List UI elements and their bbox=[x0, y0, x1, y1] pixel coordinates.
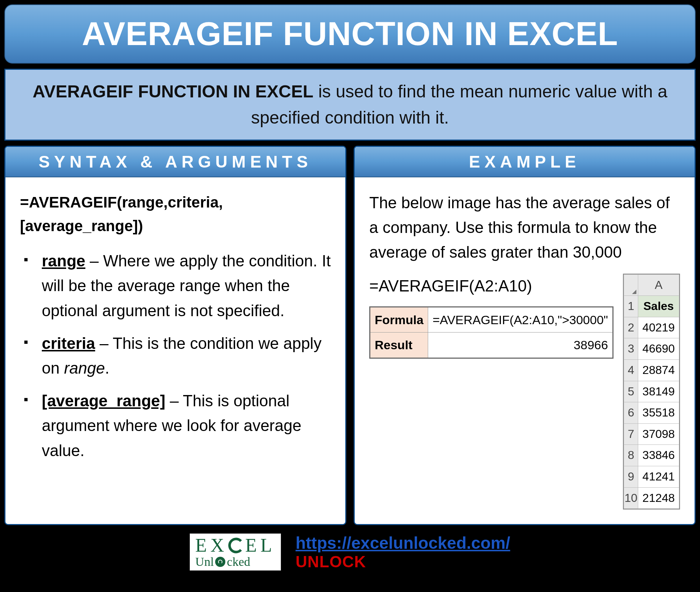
example-left-column: =AVERAGEIF(A2:A10) Formula =AVERAGEIF(A2… bbox=[369, 274, 613, 359]
grid-cell: 40219 bbox=[638, 317, 679, 338]
argument-list: range – Where we apply the condition. It… bbox=[20, 249, 331, 463]
grid-cell: 37098 bbox=[638, 423, 679, 445]
grid-cell: 46690 bbox=[638, 338, 679, 360]
logo-c-icon bbox=[228, 537, 245, 554]
grid-rownum: 8 bbox=[624, 445, 638, 466]
footer-links: https://excelunlocked.com/ UNLOCK bbox=[295, 533, 510, 571]
syntax-formula: =AVERAGEIF(range,criteria,[average_range… bbox=[20, 190, 331, 238]
arg-average-range: [average_range] – This is optional argum… bbox=[24, 388, 331, 463]
grid-rownum: 9 bbox=[624, 466, 638, 487]
grid-rownum: 7 bbox=[624, 423, 638, 445]
grid-rownum: 10 bbox=[624, 487, 638, 509]
table-row: 941241 bbox=[624, 466, 679, 487]
arg-criteria: criteria – This is the condition we appl… bbox=[24, 331, 331, 380]
subtitle-bold: AVERAGEIF FUNCTION IN EXCEL bbox=[33, 82, 313, 101]
table-row: Formula =AVERAGEIF(A2:A10,">30000" bbox=[370, 307, 613, 333]
grid-rownum: 4 bbox=[624, 359, 638, 381]
excel-data-grid: A 1Sales 240219 346690 428874 538149 635… bbox=[623, 274, 680, 510]
grid-cell: 38149 bbox=[638, 381, 679, 402]
grid-cell: 28874 bbox=[638, 359, 679, 381]
website-link[interactable]: https://excelunlocked.com/ bbox=[295, 533, 510, 553]
table-row: 428874 bbox=[624, 359, 679, 381]
grid-rownum: 5 bbox=[624, 381, 638, 402]
arg-desc-italic: range bbox=[64, 359, 105, 377]
table-row: 346690 bbox=[624, 338, 679, 360]
subtitle-rest: is used to find the mean numeric value w… bbox=[251, 82, 667, 127]
example-description: The below image has the average sales of… bbox=[369, 190, 680, 265]
example-short-formula: =AVERAGEIF(A2:A10) bbox=[369, 274, 613, 298]
infographic-container: AVERAGEIF FUNCTION IN EXCEL AVERAGEIF FU… bbox=[4, 4, 696, 571]
panels-row: SYNTAX & ARGUMENTS =AVERAGEIF(range,crit… bbox=[4, 146, 696, 525]
grid-cell: 21248 bbox=[638, 487, 679, 509]
arg-desc: – Where we apply the condition. It will … bbox=[42, 252, 331, 319]
grid-rownum: 3 bbox=[624, 338, 638, 360]
formula-result-table: Formula =AVERAGEIF(A2:A10,">30000" Resul… bbox=[369, 306, 613, 359]
syntax-header: SYNTAX & ARGUMENTS bbox=[5, 147, 345, 177]
arg-name: criteria bbox=[42, 334, 95, 352]
arg-desc-after: . bbox=[105, 359, 109, 377]
arg-name: [average_range] bbox=[42, 392, 165, 410]
unlock-text: UNLOCK bbox=[295, 553, 366, 571]
table-row: Result 38966 bbox=[370, 333, 613, 358]
syntax-panel: SYNTAX & ARGUMENTS =AVERAGEIF(range,crit… bbox=[4, 146, 346, 525]
grid-rownum: 6 bbox=[624, 402, 638, 424]
example-body: The below image has the average sales of… bbox=[355, 177, 695, 524]
grid-rownum: 1 bbox=[624, 296, 638, 317]
result-label-cell: Result bbox=[370, 333, 428, 358]
table-row: 635518 bbox=[624, 402, 679, 424]
grid-col-header: A bbox=[638, 274, 679, 296]
arg-range: range – Where we apply the condition. It… bbox=[24, 249, 331, 323]
logo-text-top: EX EL bbox=[195, 536, 275, 555]
table-row: 737098 bbox=[624, 423, 679, 445]
footer: EX EL Unl cked https://excelunlocked.com… bbox=[4, 530, 696, 571]
result-value-cell: 38966 bbox=[428, 333, 613, 358]
grid-cell: 33846 bbox=[638, 445, 679, 466]
syntax-body: =AVERAGEIF(range,criteria,[average_range… bbox=[5, 177, 345, 486]
page-title: AVERAGEIF FUNCTION IN EXCEL bbox=[4, 4, 696, 64]
table-row: 833846 bbox=[624, 445, 679, 466]
example-content-row: =AVERAGEIF(A2:A10) Formula =AVERAGEIF(A2… bbox=[369, 274, 680, 510]
example-panel: EXAMPLE The below image has the average … bbox=[354, 146, 696, 525]
example-header: EXAMPLE bbox=[355, 147, 695, 177]
formula-label-cell: Formula bbox=[370, 307, 428, 333]
grid-corner bbox=[624, 274, 638, 296]
arg-name: range bbox=[42, 252, 85, 270]
grid-cell: 35518 bbox=[638, 402, 679, 424]
table-row: 1021248 bbox=[624, 487, 679, 509]
excel-unlocked-logo: EX EL Unl cked bbox=[190, 533, 281, 571]
formula-value-cell: =AVERAGEIF(A2:A10,">30000" bbox=[428, 307, 613, 333]
lock-icon bbox=[215, 557, 225, 567]
table-row: 240219 bbox=[624, 317, 679, 338]
grid-header-row: A bbox=[624, 274, 679, 296]
table-row: 1Sales bbox=[624, 296, 679, 317]
subtitle-bar: AVERAGEIF FUNCTION IN EXCEL is used to f… bbox=[4, 69, 696, 141]
grid-rownum: 2 bbox=[624, 317, 638, 338]
grid-cell-header: Sales bbox=[638, 296, 679, 317]
logo-text-bottom: Unl cked bbox=[195, 556, 250, 568]
grid-cell: 41241 bbox=[638, 466, 679, 487]
table-row: 538149 bbox=[624, 381, 679, 402]
